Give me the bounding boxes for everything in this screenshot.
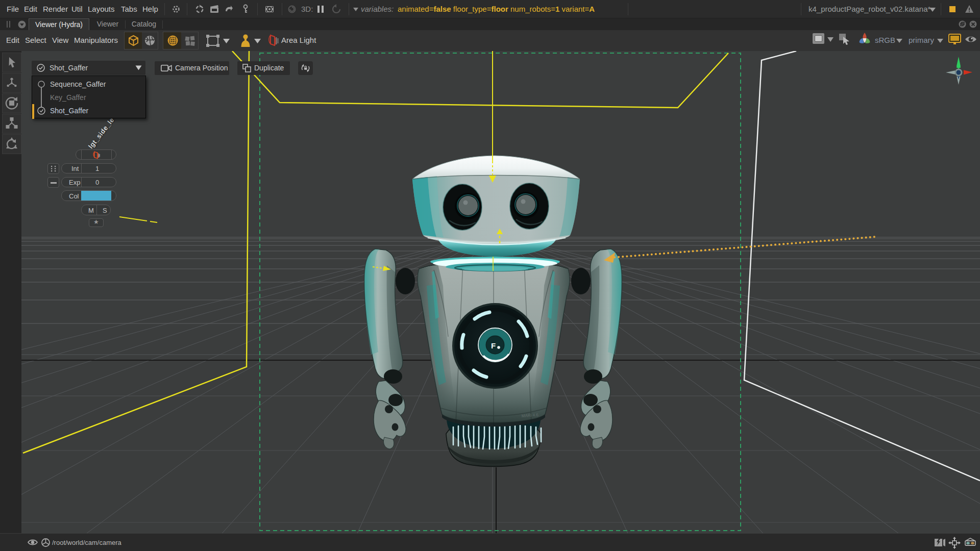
- svg-text:F: F: [491, 341, 496, 350]
